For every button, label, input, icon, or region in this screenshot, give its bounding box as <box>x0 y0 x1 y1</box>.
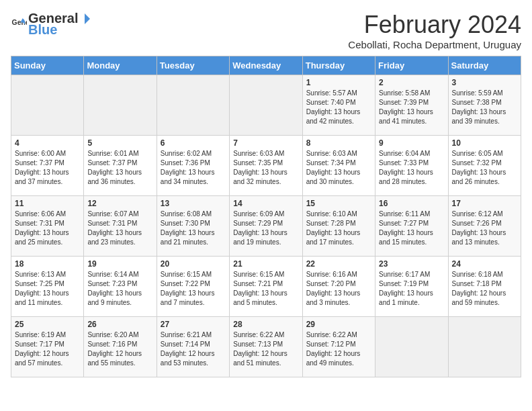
day-of-week-header: Saturday <box>448 56 521 75</box>
calendar-cell: 7 Sunrise: 6:03 AMSunset: 7:35 PMDayligh… <box>230 136 302 196</box>
day-number: 8 <box>306 138 371 148</box>
calendar-cell: 28 Sunrise: 6:22 AMSunset: 7:13 PMDaylig… <box>230 317 302 377</box>
day-number: 2 <box>379 78 444 87</box>
calendar-cell: 29 Sunrise: 6:22 AMSunset: 7:12 PMDaylig… <box>302 317 375 377</box>
calendar-week-row: 25 Sunrise: 6:19 AMSunset: 7:17 PMDaylig… <box>11 317 521 377</box>
calendar-cell: 10 Sunrise: 6:05 AMSunset: 7:32 PMDaylig… <box>448 136 521 196</box>
day-info: Sunrise: 6:06 AMSunset: 7:31 PMDaylight:… <box>15 210 80 247</box>
calendar-cell: 16 Sunrise: 6:11 AMSunset: 7:27 PMDaylig… <box>375 196 448 257</box>
day-number: 1 <box>306 78 371 87</box>
calendar-cell: 22 Sunrise: 6:16 AMSunset: 7:20 PMDaylig… <box>302 257 375 317</box>
day-info: Sunrise: 6:11 AMSunset: 7:27 PMDaylight:… <box>379 210 444 247</box>
calendar-header-row: SundayMondayTuesdayWednesdayThursdayFrid… <box>11 56 521 75</box>
calendar-cell: 15 Sunrise: 6:10 AMSunset: 7:28 PMDaylig… <box>302 196 375 257</box>
calendar-cell: 17 Sunrise: 6:12 AMSunset: 7:26 PMDaylig… <box>448 196 521 257</box>
calendar-week-row: 4 Sunrise: 6:00 AMSunset: 7:37 PMDayligh… <box>11 136 521 196</box>
day-info: Sunrise: 6:16 AMSunset: 7:20 PMDaylight:… <box>306 270 371 308</box>
day-number: 23 <box>379 259 444 269</box>
day-number: 9 <box>379 138 444 148</box>
calendar-cell: 1 Sunrise: 5:57 AMSunset: 7:40 PMDayligh… <box>302 75 375 136</box>
day-info: Sunrise: 6:05 AMSunset: 7:32 PMDaylight:… <box>452 149 517 187</box>
day-of-week-header: Wednesday <box>230 56 302 75</box>
day-number: 20 <box>161 259 226 269</box>
day-number: 12 <box>87 199 152 208</box>
day-of-week-header: Sunday <box>11 56 84 75</box>
day-info: Sunrise: 6:21 AMSunset: 7:14 PMDaylight:… <box>161 330 226 368</box>
day-of-week-header: Friday <box>375 56 448 75</box>
calendar-cell: 24 Sunrise: 6:18 AMSunset: 7:18 PMDaylig… <box>448 257 521 317</box>
calendar-cell: 19 Sunrise: 6:14 AMSunset: 7:23 PMDaylig… <box>84 257 157 317</box>
day-number: 28 <box>233 320 298 329</box>
day-info: Sunrise: 6:13 AMSunset: 7:25 PMDaylight:… <box>15 270 80 308</box>
calendar-week-row: 11 Sunrise: 6:06 AMSunset: 7:31 PMDaylig… <box>11 196 521 257</box>
calendar-cell: 2 Sunrise: 5:58 AMSunset: 7:39 PMDayligh… <box>375 75 448 136</box>
title-area: February 2024 Cebollati, Rocha Departmen… <box>348 11 521 50</box>
day-info: Sunrise: 6:19 AMSunset: 7:17 PMDaylight:… <box>15 330 80 368</box>
calendar-cell: 23 Sunrise: 6:17 AMSunset: 7:19 PMDaylig… <box>375 257 448 317</box>
calendar-cell: 3 Sunrise: 5:59 AMSunset: 7:38 PMDayligh… <box>448 75 521 136</box>
calendar-cell: 13 Sunrise: 6:08 AMSunset: 7:30 PMDaylig… <box>157 196 229 257</box>
calendar-body: 1 Sunrise: 5:57 AMSunset: 7:40 PMDayligh… <box>11 75 521 377</box>
header: General General Blue February 2024 Cebol… <box>11 11 521 50</box>
day-info: Sunrise: 6:00 AMSunset: 7:37 PMDaylight:… <box>15 149 80 187</box>
logo-flag-icon <box>78 12 91 26</box>
day-of-week-header: Tuesday <box>157 56 229 75</box>
calendar-cell: 18 Sunrise: 6:13 AMSunset: 7:25 PMDaylig… <box>11 257 84 317</box>
calendar-cell: 14 Sunrise: 6:09 AMSunset: 7:29 PMDaylig… <box>230 196 302 257</box>
day-info: Sunrise: 6:09 AMSunset: 7:29 PMDaylight:… <box>233 210 298 247</box>
day-of-week-header: Monday <box>84 56 157 75</box>
day-number: 3 <box>452 78 517 87</box>
day-number: 14 <box>233 199 298 208</box>
day-info: Sunrise: 6:15 AMSunset: 7:22 PMDaylight:… <box>161 270 226 308</box>
logo: General General Blue <box>11 11 91 38</box>
day-info: Sunrise: 6:02 AMSunset: 7:36 PMDaylight:… <box>161 149 226 187</box>
calendar-cell: 21 Sunrise: 6:15 AMSunset: 7:21 PMDaylig… <box>230 257 302 317</box>
day-info: Sunrise: 6:03 AMSunset: 7:35 PMDaylight:… <box>233 149 298 187</box>
day-number: 29 <box>306 320 371 329</box>
day-info: Sunrise: 5:59 AMSunset: 7:38 PMDaylight:… <box>452 89 517 126</box>
day-info: Sunrise: 6:03 AMSunset: 7:34 PMDaylight:… <box>306 149 371 187</box>
day-number: 4 <box>15 138 80 148</box>
calendar-cell: 9 Sunrise: 6:04 AMSunset: 7:33 PMDayligh… <box>375 136 448 196</box>
calendar-table: SundayMondayTuesdayWednesdayThursdayFrid… <box>11 56 521 377</box>
calendar-cell: 11 Sunrise: 6:06 AMSunset: 7:31 PMDaylig… <box>11 196 84 257</box>
day-info: Sunrise: 6:10 AMSunset: 7:28 PMDaylight:… <box>306 210 371 247</box>
day-info: Sunrise: 6:15 AMSunset: 7:21 PMDaylight:… <box>233 270 298 308</box>
calendar-cell: 25 Sunrise: 6:19 AMSunset: 7:17 PMDaylig… <box>11 317 84 377</box>
day-info: Sunrise: 5:57 AMSunset: 7:40 PMDaylight:… <box>306 89 371 126</box>
day-number: 15 <box>306 199 371 208</box>
calendar-cell: 12 Sunrise: 6:07 AMSunset: 7:31 PMDaylig… <box>84 196 157 257</box>
day-number: 10 <box>452 138 517 148</box>
day-number: 19 <box>87 259 152 269</box>
day-number: 5 <box>87 138 152 148</box>
calendar-week-row: 1 Sunrise: 5:57 AMSunset: 7:40 PMDayligh… <box>11 75 521 136</box>
day-info: Sunrise: 6:04 AMSunset: 7:33 PMDaylight:… <box>379 149 444 187</box>
calendar-cell <box>11 75 84 136</box>
day-of-week-header: Thursday <box>302 56 375 75</box>
day-number: 6 <box>161 138 226 148</box>
calendar-cell: 27 Sunrise: 6:21 AMSunset: 7:14 PMDaylig… <box>157 317 229 377</box>
day-info: Sunrise: 6:22 AMSunset: 7:13 PMDaylight:… <box>233 330 298 368</box>
day-info: Sunrise: 6:12 AMSunset: 7:26 PMDaylight:… <box>452 210 517 247</box>
day-number: 7 <box>233 138 298 148</box>
day-info: Sunrise: 6:07 AMSunset: 7:31 PMDaylight:… <box>87 210 152 247</box>
day-info: Sunrise: 6:18 AMSunset: 7:18 PMDaylight:… <box>452 270 517 308</box>
calendar-cell: 4 Sunrise: 6:00 AMSunset: 7:37 PMDayligh… <box>11 136 84 196</box>
day-number: 27 <box>161 320 226 329</box>
calendar-week-row: 18 Sunrise: 6:13 AMSunset: 7:25 PMDaylig… <box>11 257 521 317</box>
day-number: 22 <box>306 259 371 269</box>
location-title: Cebollati, Rocha Department, Uruguay <box>348 39 521 50</box>
day-info: Sunrise: 6:20 AMSunset: 7:16 PMDaylight:… <box>87 330 152 368</box>
calendar-cell <box>84 75 157 136</box>
day-info: Sunrise: 6:01 AMSunset: 7:37 PMDaylight:… <box>87 149 152 187</box>
calendar-cell: 6 Sunrise: 6:02 AMSunset: 7:36 PMDayligh… <box>157 136 229 196</box>
day-number: 16 <box>379 199 444 208</box>
calendar-cell <box>157 75 229 136</box>
calendar-cell <box>375 317 448 377</box>
calendar-cell <box>448 317 521 377</box>
calendar-cell: 8 Sunrise: 6:03 AMSunset: 7:34 PMDayligh… <box>302 136 375 196</box>
calendar-cell <box>230 75 302 136</box>
day-number: 26 <box>87 320 152 329</box>
calendar-cell: 26 Sunrise: 6:20 AMSunset: 7:16 PMDaylig… <box>84 317 157 377</box>
day-number: 24 <box>452 259 517 269</box>
